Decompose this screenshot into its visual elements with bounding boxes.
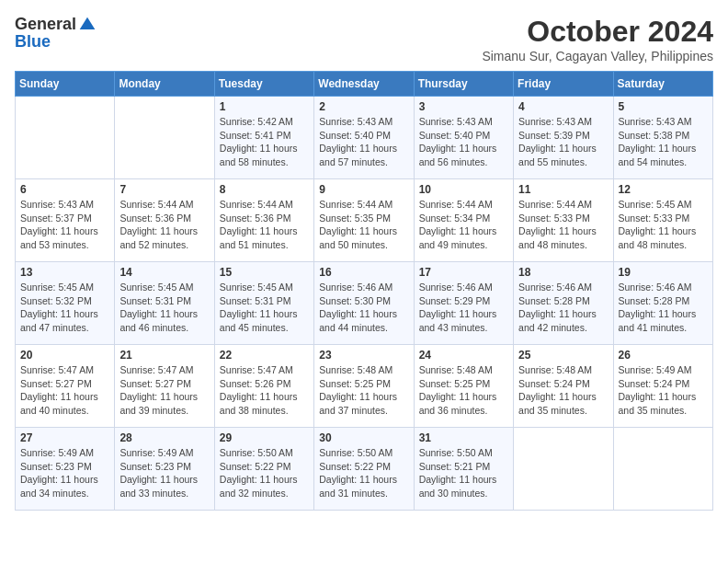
day-number: 9 <box>319 183 408 196</box>
day-cell: 24Sunrise: 5:48 AM Sunset: 5:25 PM Dayli… <box>414 345 513 428</box>
day-info: Sunrise: 5:44 AM Sunset: 5:33 PM Dayligh… <box>518 198 608 252</box>
day-number: 4 <box>518 100 608 113</box>
day-cell: 17Sunrise: 5:46 AM Sunset: 5:29 PM Dayli… <box>414 262 513 345</box>
day-number: 22 <box>220 349 309 362</box>
day-cell: 8Sunrise: 5:44 AM Sunset: 5:36 PM Daylig… <box>214 179 313 262</box>
day-cell: 5Sunrise: 5:43 AM Sunset: 5:38 PM Daylig… <box>613 97 712 179</box>
calendar-body: 1Sunrise: 5:42 AM Sunset: 5:41 PM Daylig… <box>16 97 713 511</box>
day-cell <box>16 97 115 179</box>
day-cell: 18Sunrise: 5:46 AM Sunset: 5:28 PM Dayli… <box>514 262 613 345</box>
day-number: 14 <box>119 266 209 279</box>
day-number: 26 <box>619 349 708 362</box>
day-info: Sunrise: 5:43 AM Sunset: 5:38 PM Dayligh… <box>619 115 708 169</box>
day-cell: 9Sunrise: 5:44 AM Sunset: 5:35 PM Daylig… <box>314 179 414 262</box>
day-cell: 14Sunrise: 5:45 AM Sunset: 5:31 PM Dayli… <box>115 262 214 345</box>
day-info: Sunrise: 5:45 AM Sunset: 5:31 PM Dayligh… <box>220 281 309 335</box>
day-info: Sunrise: 5:49 AM Sunset: 5:24 PM Dayligh… <box>619 363 708 418</box>
day-cell: 26Sunrise: 5:49 AM Sunset: 5:24 PM Dayli… <box>613 345 712 428</box>
day-number: 1 <box>220 100 309 113</box>
day-info: Sunrise: 5:47 AM Sunset: 5:26 PM Dayligh… <box>220 363 309 418</box>
day-cell: 20Sunrise: 5:47 AM Sunset: 5:27 PM Dayli… <box>16 345 115 428</box>
day-cell: 2Sunrise: 5:43 AM Sunset: 5:40 PM Daylig… <box>314 97 414 179</box>
day-number: 7 <box>119 183 209 196</box>
day-info: Sunrise: 5:44 AM Sunset: 5:35 PM Dayligh… <box>319 198 408 252</box>
day-cell: 1Sunrise: 5:42 AM Sunset: 5:41 PM Daylig… <box>214 97 313 179</box>
header-cell-thursday: Thursday <box>414 72 513 97</box>
header-cell-saturday: Saturday <box>613 72 712 97</box>
week-row-4: 20Sunrise: 5:47 AM Sunset: 5:27 PM Dayli… <box>16 345 713 428</box>
day-cell: 19Sunrise: 5:46 AM Sunset: 5:28 PM Dayli… <box>613 262 712 345</box>
day-number: 12 <box>619 183 708 196</box>
day-number: 2 <box>319 100 408 113</box>
day-info: Sunrise: 5:50 AM Sunset: 5:21 PM Dayligh… <box>419 446 508 500</box>
day-number: 20 <box>20 349 109 362</box>
day-info: Sunrise: 5:46 AM Sunset: 5:29 PM Dayligh… <box>419 281 508 335</box>
week-row-5: 27Sunrise: 5:49 AM Sunset: 5:23 PM Dayli… <box>16 428 713 511</box>
header-cell-monday: Monday <box>115 72 214 97</box>
day-info: Sunrise: 5:46 AM Sunset: 5:28 PM Dayligh… <box>619 281 708 335</box>
svg-marker-0 <box>80 17 96 29</box>
logo-icon <box>78 16 97 34</box>
day-number: 16 <box>319 266 408 279</box>
day-number: 30 <box>319 431 408 444</box>
day-info: Sunrise: 5:46 AM Sunset: 5:30 PM Dayligh… <box>319 281 408 335</box>
day-cell: 4Sunrise: 5:43 AM Sunset: 5:39 PM Daylig… <box>514 97 613 179</box>
week-row-1: 1Sunrise: 5:42 AM Sunset: 5:41 PM Daylig… <box>16 97 713 179</box>
day-info: Sunrise: 5:50 AM Sunset: 5:22 PM Dayligh… <box>220 446 309 500</box>
title-block: October 2024 Simanu Sur, Cagayan Valley,… <box>482 15 713 63</box>
day-cell: 16Sunrise: 5:46 AM Sunset: 5:30 PM Dayli… <box>314 262 414 345</box>
day-number: 15 <box>220 266 309 279</box>
day-cell: 13Sunrise: 5:45 AM Sunset: 5:32 PM Dayli… <box>16 262 115 345</box>
day-cell <box>514 428 613 511</box>
day-number: 19 <box>619 266 708 279</box>
day-number: 18 <box>518 266 608 279</box>
day-cell: 12Sunrise: 5:45 AM Sunset: 5:33 PM Dayli… <box>613 179 712 262</box>
day-cell: 31Sunrise: 5:50 AM Sunset: 5:21 PM Dayli… <box>414 428 513 511</box>
day-number: 29 <box>220 431 309 444</box>
day-cell: 21Sunrise: 5:47 AM Sunset: 5:27 PM Dayli… <box>115 345 214 428</box>
day-number: 17 <box>419 266 508 279</box>
day-info: Sunrise: 5:43 AM Sunset: 5:39 PM Dayligh… <box>518 115 608 169</box>
header-cell-friday: Friday <box>514 72 613 97</box>
day-info: Sunrise: 5:48 AM Sunset: 5:24 PM Dayligh… <box>518 363 608 418</box>
day-cell: 6Sunrise: 5:43 AM Sunset: 5:37 PM Daylig… <box>16 179 115 262</box>
day-cell: 7Sunrise: 5:44 AM Sunset: 5:36 PM Daylig… <box>115 179 214 262</box>
day-cell: 22Sunrise: 5:47 AM Sunset: 5:26 PM Dayli… <box>214 345 313 428</box>
day-cell: 23Sunrise: 5:48 AM Sunset: 5:25 PM Dayli… <box>314 345 414 428</box>
day-number: 27 <box>20 431 109 444</box>
day-number: 25 <box>518 349 608 362</box>
day-cell: 27Sunrise: 5:49 AM Sunset: 5:23 PM Dayli… <box>16 428 115 511</box>
day-info: Sunrise: 5:45 AM Sunset: 5:32 PM Dayligh… <box>20 281 109 335</box>
header-cell-wednesday: Wednesday <box>314 72 414 97</box>
day-number: 13 <box>20 266 109 279</box>
logo-blue: Blue <box>15 32 51 52</box>
day-cell: 25Sunrise: 5:48 AM Sunset: 5:24 PM Dayli… <box>514 345 613 428</box>
page-header: General Blue October 2024 Simanu Sur, Ca… <box>15 15 713 63</box>
day-cell: 29Sunrise: 5:50 AM Sunset: 5:22 PM Dayli… <box>214 428 313 511</box>
calendar-header: SundayMondayTuesdayWednesdayThursdayFrid… <box>16 72 713 97</box>
day-info: Sunrise: 5:47 AM Sunset: 5:27 PM Dayligh… <box>20 363 109 418</box>
day-info: Sunrise: 5:42 AM Sunset: 5:41 PM Dayligh… <box>220 115 309 169</box>
day-number: 6 <box>20 183 109 196</box>
header-cell-sunday: Sunday <box>16 72 115 97</box>
day-number: 10 <box>419 183 508 196</box>
day-cell: 10Sunrise: 5:44 AM Sunset: 5:34 PM Dayli… <box>414 179 513 262</box>
day-cell <box>115 97 214 179</box>
week-row-3: 13Sunrise: 5:45 AM Sunset: 5:32 PM Dayli… <box>16 262 713 345</box>
logo-general: General <box>15 15 76 34</box>
day-info: Sunrise: 5:45 AM Sunset: 5:33 PM Dayligh… <box>619 198 708 252</box>
day-info: Sunrise: 5:43 AM Sunset: 5:40 PM Dayligh… <box>419 115 508 169</box>
day-number: 24 <box>419 349 508 362</box>
day-number: 23 <box>319 349 408 362</box>
day-number: 11 <box>518 183 608 196</box>
day-cell: 3Sunrise: 5:43 AM Sunset: 5:40 PM Daylig… <box>414 97 513 179</box>
day-info: Sunrise: 5:44 AM Sunset: 5:36 PM Dayligh… <box>220 198 309 252</box>
day-cell: 11Sunrise: 5:44 AM Sunset: 5:33 PM Dayli… <box>514 179 613 262</box>
day-cell: 28Sunrise: 5:49 AM Sunset: 5:23 PM Dayli… <box>115 428 214 511</box>
day-cell: 15Sunrise: 5:45 AM Sunset: 5:31 PM Dayli… <box>214 262 313 345</box>
day-number: 3 <box>419 100 508 113</box>
day-info: Sunrise: 5:43 AM Sunset: 5:40 PM Dayligh… <box>319 115 408 169</box>
day-number: 31 <box>419 431 508 444</box>
logo: General Blue <box>15 15 97 52</box>
week-row-2: 6Sunrise: 5:43 AM Sunset: 5:37 PM Daylig… <box>16 179 713 262</box>
